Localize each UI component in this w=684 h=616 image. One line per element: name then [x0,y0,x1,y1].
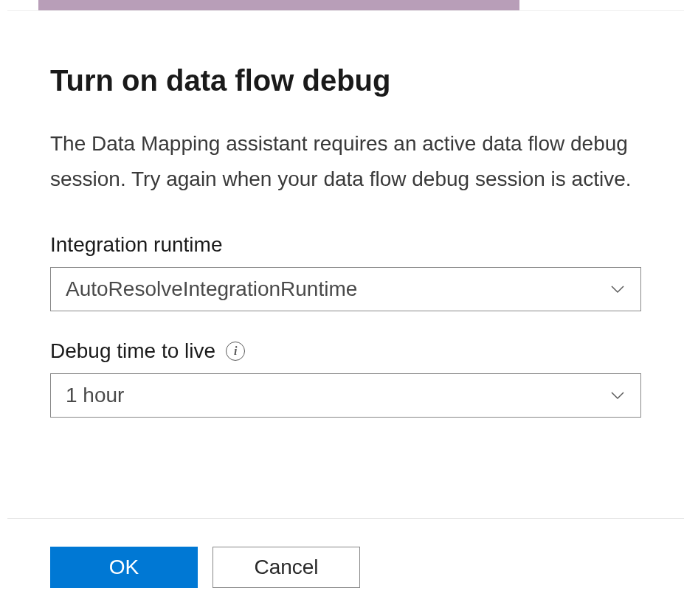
dialog-container: Turn on data flow debug The Data Mapping… [7,10,684,616]
field-label-row: Integration runtime [50,233,641,257]
debug-ttl-label: Debug time to live [50,339,215,363]
integration-runtime-value: AutoResolveIntegrationRuntime [66,277,357,301]
dialog-footer: OK Cancel [7,518,684,616]
ok-button[interactable]: OK [50,547,198,588]
debug-ttl-select[interactable]: 1 hour [50,373,641,418]
integration-runtime-select[interactable]: AutoResolveIntegrationRuntime [50,267,641,311]
debug-ttl-value: 1 hour [66,384,124,407]
debug-ttl-field: Debug time to live i 1 hour [50,339,641,418]
debug-ttl-select-wrapper: 1 hour [50,373,641,418]
info-icon[interactable]: i [226,342,245,361]
top-accent-bar [38,0,519,10]
cancel-button[interactable]: Cancel [213,547,360,588]
field-label-row: Debug time to live i [50,339,641,363]
dialog-content: Turn on data flow debug The Data Mapping… [7,11,684,475]
dialog-description: The Data Mapping assistant requires an a… [50,126,641,196]
integration-runtime-field: Integration runtime AutoResolveIntegrati… [50,233,641,311]
integration-runtime-select-wrapper: AutoResolveIntegrationRuntime [50,267,641,311]
integration-runtime-label: Integration runtime [50,233,222,257]
dialog-title: Turn on data flow debug [50,63,641,98]
